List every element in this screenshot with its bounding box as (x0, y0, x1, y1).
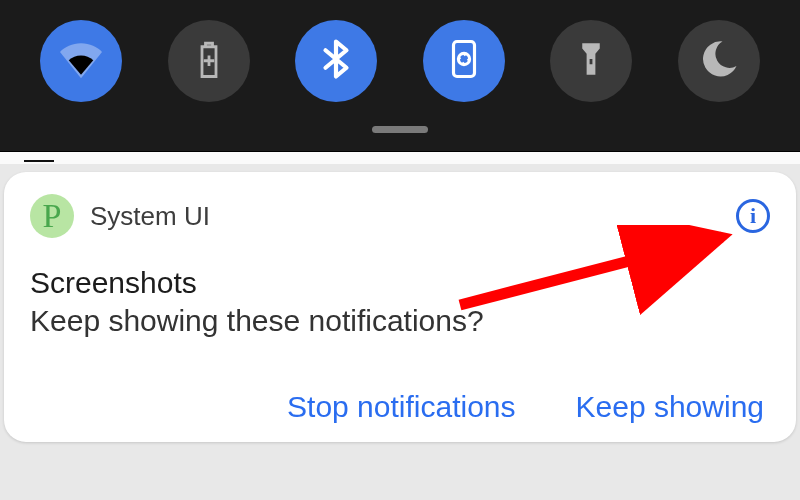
app-name-label: System UI (90, 201, 210, 232)
svg-rect-0 (453, 42, 474, 77)
partially-obscured-header: — (0, 152, 800, 164)
notification-prompt-text: Keep showing these notifications? (30, 304, 770, 338)
wifi-tile[interactable] (40, 20, 122, 102)
flashlight-icon (570, 38, 612, 84)
wifi-icon (60, 38, 102, 84)
screenshot-tile[interactable] (423, 20, 505, 102)
info-glyph: i (750, 203, 756, 229)
keep-showing-button[interactable]: Keep showing (576, 390, 764, 424)
flashlight-tile[interactable] (550, 20, 632, 102)
moon-icon (698, 38, 740, 84)
notification-card: P System UI i Screenshots Keep showing t… (4, 172, 796, 442)
battery-icon (188, 38, 230, 84)
screenshot-icon (443, 38, 485, 84)
svg-rect-2 (590, 59, 593, 64)
quick-settings-tiles (14, 20, 786, 102)
notification-header: P System UI i (30, 194, 770, 238)
do-not-disturb-tile[interactable] (678, 20, 760, 102)
battery-saver-tile[interactable] (168, 20, 250, 102)
bluetooth-tile[interactable] (295, 20, 377, 102)
stop-notifications-button[interactable]: Stop notifications (287, 390, 515, 424)
notification-channel-title: Screenshots (30, 266, 770, 300)
quick-settings-panel (0, 0, 800, 152)
panel-drag-handle[interactable] (372, 126, 428, 133)
bluetooth-icon (315, 38, 357, 84)
app-icon: P (30, 194, 74, 238)
notification-info-icon[interactable]: i (736, 199, 770, 233)
android-p-icon: P (43, 199, 62, 233)
notification-actions: Stop notifications Keep showing (30, 390, 770, 424)
